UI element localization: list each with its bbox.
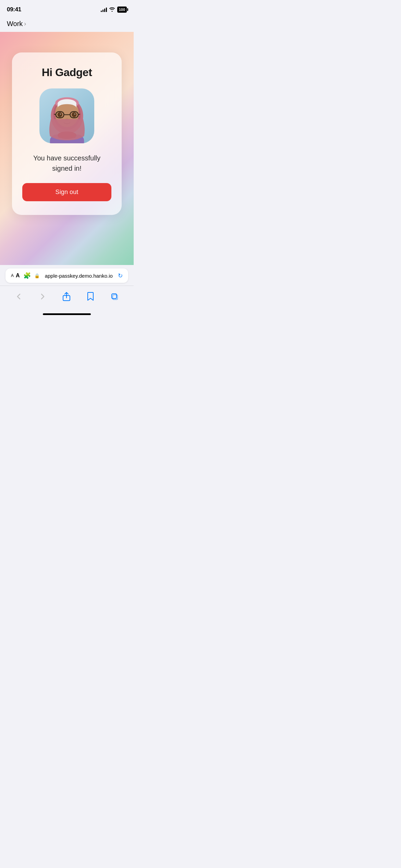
sign-out-button[interactable]: Sign out <box>22 183 111 201</box>
success-message: You have successfully signed in! <box>33 153 100 173</box>
share-button[interactable] <box>60 289 73 304</box>
text-size-button[interactable]: A A <box>11 273 20 279</box>
extensions-icon[interactable]: 🧩 <box>23 272 31 279</box>
url-bar[interactable]: A A 🧩 🔒 apple-passkey.demo.hanko.io ↻ <box>5 268 128 283</box>
bottom-nav <box>0 286 134 311</box>
svg-rect-21 <box>58 133 76 138</box>
avatar <box>39 88 94 143</box>
status-bar: 09:41 100 <box>0 0 134 17</box>
browser-bar: A A 🧩 🔒 apple-passkey.demo.hanko.io ↻ <box>0 265 134 286</box>
nav-bar: Work › <box>0 17 134 32</box>
aa-large: A <box>16 273 20 279</box>
lock-icon: 🔒 <box>34 273 40 278</box>
svg-point-15 <box>57 112 62 117</box>
svg-point-16 <box>60 113 61 115</box>
back-nav-button <box>12 290 25 303</box>
svg-point-9 <box>58 104 76 112</box>
back-label: Work <box>7 20 23 28</box>
url-text[interactable]: apple-passkey.demo.hanko.io <box>43 273 114 279</box>
wifi-icon <box>109 7 115 13</box>
home-indicator <box>0 311 134 319</box>
svg-point-17 <box>72 112 77 117</box>
status-time: 09:41 <box>7 6 21 13</box>
reload-button[interactable]: ↻ <box>118 272 123 279</box>
avatar-illustration <box>42 90 92 143</box>
signal-icon <box>101 7 107 12</box>
bookmarks-button[interactable] <box>84 289 97 304</box>
card-title: Hi Gadget <box>42 66 92 79</box>
chevron-right-icon: › <box>24 20 26 27</box>
tabs-button[interactable] <box>108 290 121 303</box>
forward-nav-button <box>36 290 49 303</box>
svg-point-18 <box>74 113 75 115</box>
status-icons: 100 <box>101 7 127 13</box>
home-bar <box>43 313 91 315</box>
main-content: Hi Gadget <box>0 32 134 265</box>
sign-in-card: Hi Gadget <box>12 52 122 215</box>
aa-small: A <box>11 273 14 278</box>
battery-icon: 100 <box>117 7 127 13</box>
back-button[interactable]: Work › <box>7 20 127 28</box>
